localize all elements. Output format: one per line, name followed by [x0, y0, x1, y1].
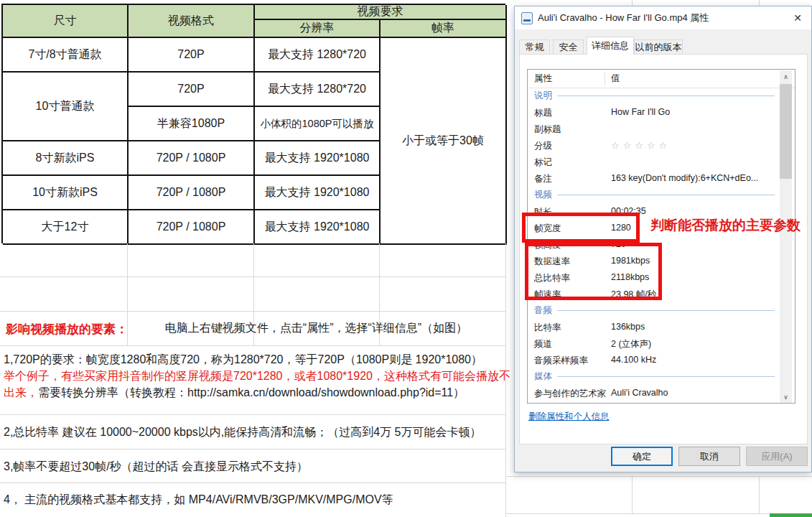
cell-res-6[interactable]: 最大支持 1920*1080	[255, 210, 381, 245]
dialog-title: Auli'i Cravalho - How Far I'll Go.mp4 属性	[538, 6, 709, 29]
red-highlight-bitrate	[525, 243, 662, 300]
row-sample-rate[interactable]: 音频采样频率44.100 kHz	[528, 352, 780, 368]
section-audio: 音频	[528, 302, 779, 319]
row-title[interactable]: 标题How Far I'll Go	[528, 104, 780, 121]
cell-format-4[interactable]: 720P / 1080P	[129, 141, 255, 176]
section-rule	[557, 310, 775, 311]
cell-size-2[interactable]: 10寸普通款	[3, 73, 129, 141]
gridline	[0, 345, 505, 346]
factor-label: 影响视频播放的要素：	[6, 321, 128, 337]
section-label: 音频	[534, 304, 552, 317]
scrollbar-thumb[interactable]	[780, 84, 792, 179]
cell-res-2[interactable]: 最大支持 1280*720	[255, 73, 381, 107]
field-label: 标记	[534, 157, 552, 169]
tab-previous-versions[interactable]: 以前的版本	[634, 39, 683, 55]
section-label: 说明	[534, 90, 552, 102]
cell-res-3[interactable]: 小体积的1080P可以播放	[255, 107, 381, 141]
close-icon[interactable]: ✕	[785, 7, 810, 29]
note-point1-line3: 出来，需要转换分辨率（转换教程：http://samka.cn/download…	[4, 386, 465, 401]
row-artist[interactable]: 参与创作的艺术家Auli'i Cravalho	[528, 385, 780, 401]
column-divider[interactable]	[605, 72, 605, 85]
field-label: 比特率	[534, 322, 561, 334]
field-value: 44.100 kHz	[611, 355, 656, 365]
field-value: Auli'i Cravalho	[611, 388, 668, 398]
col-property[interactable]: 属性	[534, 73, 552, 85]
cell-format-3[interactable]: 半兼容1080P	[129, 107, 255, 141]
section-media: 媒体	[528, 368, 779, 385]
row-tags[interactable]: 标记	[528, 154, 780, 170]
tab-general[interactable]: 常规	[519, 39, 550, 55]
row-rating[interactable]: 分级☆☆☆☆☆	[528, 137, 780, 154]
cell-format-2[interactable]: 720P	[129, 73, 255, 107]
field-value: How Far I'll Go	[611, 107, 670, 117]
header-format[interactable]: 视频格式	[129, 5, 255, 38]
col-value[interactable]: 值	[611, 73, 620, 85]
cell-size-4[interactable]: 10寸新款iPS	[3, 176, 129, 210]
dialog-titlebar[interactable]: Auli'i Cravalho - How Far I'll Go.mp4 属性…	[515, 6, 811, 29]
row-channels[interactable]: 频道2 (立体声)	[528, 335, 780, 352]
apply-button: 应用(A)	[746, 447, 808, 466]
note-point1-line2: 举个例子，有些买家用抖音制作的竖屏视频是720*1280，或者1080*1920…	[4, 369, 510, 384]
scroll-down-icon[interactable]: ∨	[780, 391, 792, 403]
gridline	[0, 449, 505, 450]
header-framerate[interactable]: 帧率	[381, 20, 507, 38]
screen: 尺寸 视频格式 视频要求 分辨率 帧率 7寸/8寸普通款 10寸普通款 8寸新款…	[0, 0, 812, 517]
field-label: 分级	[534, 140, 552, 152]
red-annotation: 判断能否播放的主要参数	[650, 216, 801, 235]
row-comment[interactable]: 备注163 key(Don't modify):6+KCN+dEo...	[528, 170, 780, 187]
gridline	[505, 513, 812, 514]
section-video: 视频	[528, 187, 779, 203]
cell-size-1[interactable]: 7寸/8寸普通款	[3, 38, 129, 73]
scrollbar[interactable]: ∧ ∨	[780, 70, 792, 403]
cell-size-3[interactable]: 8寸新款iPS	[3, 141, 129, 176]
row-subtitle[interactable]: 副标题	[528, 121, 780, 137]
section-rule	[557, 195, 775, 195]
note-point1-line3-red: 出来，	[4, 386, 38, 399]
note-point2: 2,总比特率 建议在 10000~20000 kbps以内,能保持高清和流畅；（…	[4, 425, 482, 440]
cell-res-5[interactable]: 最大支持 1920*1080	[255, 176, 381, 210]
rating-stars-icon[interactable]: ☆☆☆☆☆	[611, 140, 671, 151]
header-resolution[interactable]: 分辨率	[255, 20, 381, 38]
cell-format-1[interactable]: 720P	[129, 38, 255, 73]
cell-framerate-merged[interactable]: 小于或等于30帧	[381, 38, 507, 245]
gridline	[759, 476, 760, 513]
tab-security[interactable]: 安全	[553, 39, 584, 55]
scroll-up-icon[interactable]: ∧	[780, 70, 792, 83]
note-point3: 3,帧率不要超过30帧/秒（超过的话 会直接显示格式不支持）	[4, 460, 308, 475]
cell-res-1[interactable]: 最大支持 1280*720	[255, 38, 381, 73]
note-point1-line3-black: 需要转换分辨率（转换教程：http://samka.cn/download/sh…	[38, 386, 465, 399]
cell-res-4[interactable]: 最大支持 1920*1080	[255, 141, 381, 176]
field-value: 136kbps	[611, 322, 645, 332]
header-size[interactable]: 尺寸	[3, 5, 129, 38]
row-year[interactable]: 年	[528, 401, 780, 404]
field-label: 备注	[534, 173, 552, 185]
factor-instruction: 电脑上右键视频文件，点击“属性”，选择“详细信息”（如图）	[127, 317, 505, 340]
gridline	[632, 476, 633, 513]
field-label: 音频采样频率	[534, 355, 588, 367]
gridline	[0, 414, 505, 415]
header-requirement[interactable]: 视频要求	[255, 5, 507, 20]
cancel-button[interactable]: 取消	[678, 447, 740, 466]
details-list-header: 属性 值	[528, 70, 795, 88]
section-label: 媒体	[534, 371, 552, 383]
remove-properties-link[interactable]: 删除属性和个人信息	[528, 411, 610, 423]
section-rule	[557, 96, 775, 96]
field-label: 频道	[534, 338, 552, 350]
gridline	[0, 311, 505, 312]
red-highlight-frame-size	[522, 213, 640, 243]
section-label: 视频	[534, 189, 552, 201]
row-audio-bitrate[interactable]: 比特率136kbps	[528, 319, 780, 335]
cell-format-5[interactable]: 720P / 1080P	[129, 176, 255, 210]
gridline	[0, 483, 505, 483]
tab-details[interactable]: 详细信息	[587, 37, 634, 55]
field-value: 2 (立体声)	[611, 338, 651, 350]
field-label: 标题	[534, 107, 552, 119]
green-cell-strip	[770, 513, 812, 517]
video-requirements-table: 尺寸 视频格式 视频要求 分辨率 帧率 7寸/8寸普通款 10寸普通款 8寸新款…	[1, 4, 505, 243]
cell-size-5[interactable]: 大于12寸	[3, 210, 129, 245]
cell-format-6[interactable]: 720P / 1080P	[129, 210, 255, 245]
note-point4: 4， 主流的视频格式基本都支持，如 MP4/AVi/RMVB/3GP/MKV/M…	[4, 493, 393, 508]
ok-button[interactable]: 确定	[611, 447, 673, 466]
field-label: 参与创作的艺术家	[534, 388, 606, 400]
section-description: 说明	[528, 88, 779, 104]
